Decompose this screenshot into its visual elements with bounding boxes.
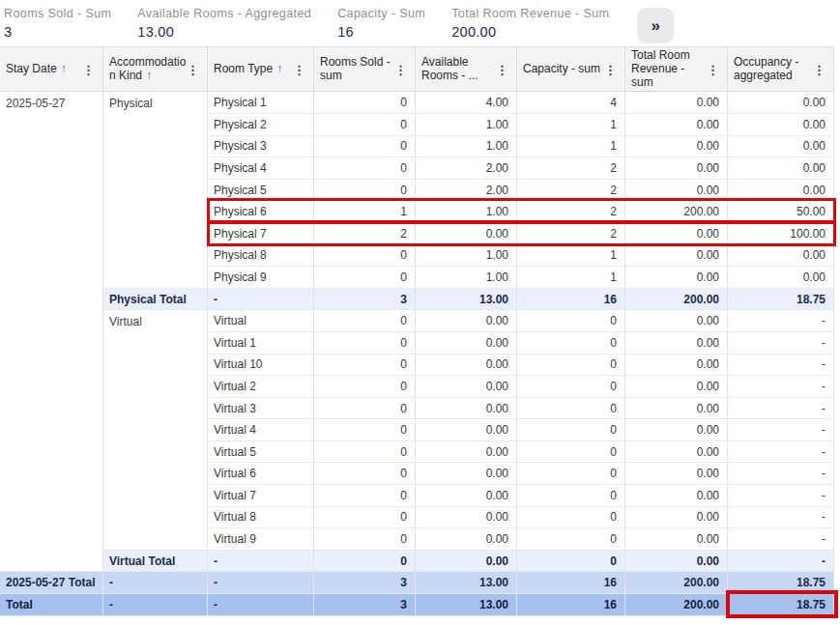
cell-available_rooms: 0.00 <box>416 485 517 507</box>
expand-metrics-button[interactable]: » <box>637 8 674 43</box>
cell-rooms_sold: 0 <box>314 332 416 355</box>
cell-room-type: Physical 3 <box>208 136 314 158</box>
cell-capacity: 0 <box>517 441 625 464</box>
metric-label: Total Room Revenue - Sum <box>451 7 609 21</box>
cell-revenue: 0.00 <box>625 398 728 420</box>
table-row-subtotal: Virtual Total-00.0000.00- <box>0 551 834 573</box>
cell-available_rooms: 0.00 <box>416 441 517 464</box>
cell-capacity: 0 <box>517 528 625 551</box>
cell-capacity: 0 <box>517 419 625 441</box>
table-row-date_total: 2025-05-27 Total--313.0016200.0018.75 <box>0 572 834 594</box>
cell-revenue: 0.00 <box>625 92 728 114</box>
metric-capacity: Capacity - Sum 16 <box>337 7 425 40</box>
cell-occupancy: - <box>728 332 834 355</box>
column-header-rooms_sold[interactable]: Rooms Sold - sum⋮ <box>314 47 416 92</box>
summary-bar: Rooms Sold - Sum 3 Available Rooms - Agg… <box>0 0 840 45</box>
cell-room-type: Physical 9 <box>208 267 314 289</box>
cell-available_rooms: 0.00 <box>416 310 517 332</box>
cell-revenue: 0.00 <box>625 441 728 464</box>
cell-revenue: 0.00 <box>625 551 728 573</box>
cell-occupancy: 0.00 <box>728 136 834 158</box>
cell-accommodation-kind: Physical Total <box>103 289 208 311</box>
column-header-revenue[interactable]: Total Room Revenue - sum⋮ <box>625 47 728 92</box>
cell-capacity: 0 <box>517 485 625 507</box>
column-header-room_type[interactable]: Room Type↑⋮ <box>208 47 314 92</box>
cell-capacity: 1 <box>517 245 625 268</box>
cell-room-type: Physical 4 <box>208 157 314 180</box>
cell-rooms_sold: 0 <box>314 92 416 114</box>
cell-stay-date: Total <box>0 594 103 616</box>
cell-capacity: 2 <box>517 157 625 180</box>
cell-rooms_sold: 3 <box>314 572 416 594</box>
cell-occupancy: - <box>728 355 834 377</box>
metric-rooms-sold: Rooms Sold - Sum 3 <box>4 7 111 40</box>
cell-occupancy: 50.00 <box>728 201 834 223</box>
cell-rooms_sold: 0 <box>314 398 416 420</box>
sort-ascending-icon: ↑ <box>276 62 282 75</box>
column-label: Total Room Revenue - sum <box>631 48 690 89</box>
pivot-table: Stay Date↑⋮Accommodation Kind↑⋮Room Type… <box>0 46 834 616</box>
cell-accommodation-kind: Virtual Total <box>103 551 208 573</box>
sort-ascending-icon: ↑ <box>146 69 152 82</box>
cell-occupancy: 18.75 <box>728 572 834 594</box>
column-label: Occupancy - aggregated <box>734 55 798 82</box>
cell-revenue: 200.00 <box>625 289 728 311</box>
cell-revenue: 0.00 <box>625 180 728 202</box>
column-menu-icon[interactable]: ⋮ <box>187 63 199 75</box>
column-label: Room Type <box>214 62 273 75</box>
cell-available_rooms: 0.00 <box>416 376 517 398</box>
cell-available_rooms: 1.00 <box>416 114 517 136</box>
sort-ascending-icon: ↑ <box>61 62 67 75</box>
cell-accommodation-kind: Physical <box>103 92 208 288</box>
column-menu-icon[interactable]: ⋮ <box>707 63 719 75</box>
cell-room-type: - <box>208 289 314 311</box>
cell-capacity: 1 <box>517 114 625 136</box>
cell-accommodation-kind: - <box>103 594 208 616</box>
column-header-capacity[interactable]: Capacity - sum⋮ <box>517 47 625 92</box>
cell-rooms_sold: 0 <box>314 528 416 551</box>
cell-occupancy: - <box>728 463 834 485</box>
cell-room-type: Physical 7 <box>208 223 314 245</box>
cell-revenue: 0.00 <box>625 310 728 332</box>
cell-rooms_sold: 1 <box>314 201 416 223</box>
cell-rooms_sold: 0 <box>314 507 416 529</box>
metric-value: 200.00 <box>451 24 609 40</box>
cell-stay-date: 2025-05-27 Total <box>0 572 103 594</box>
pivot-table-wrap: Stay Date↑⋮Accommodation Kind↑⋮Room Type… <box>0 46 840 616</box>
cell-capacity: 1 <box>517 136 625 158</box>
cell-available_rooms: 0.00 <box>416 528 517 551</box>
cell-occupancy: 0.00 <box>728 245 834 268</box>
column-header-stay_date[interactable]: Stay Date↑⋮ <box>0 47 103 92</box>
column-menu-icon[interactable]: ⋮ <box>394 63 407 75</box>
cell-rooms_sold: 0 <box>314 441 416 464</box>
cell-revenue: 0.00 <box>625 267 728 289</box>
cell-rooms_sold: 0 <box>314 485 416 507</box>
column-header-accommodation_kind[interactable]: Accommodation Kind↑⋮ <box>103 47 208 92</box>
column-menu-icon[interactable]: ⋮ <box>496 63 508 75</box>
cell-occupancy: - <box>728 376 834 398</box>
metric-value: 3 <box>4 24 111 40</box>
cell-room-type: Virtual 10 <box>208 355 314 377</box>
column-menu-icon[interactable]: ⋮ <box>813 63 826 75</box>
header-row: Stay Date↑⋮Accommodation Kind↑⋮Room Type… <box>0 47 834 92</box>
cell-room-type: Virtual <box>208 310 314 332</box>
table-row: 2025-05-27PhysicalPhysical 104.0040.000.… <box>0 92 834 114</box>
cell-capacity: 0 <box>517 355 625 377</box>
column-menu-icon[interactable]: ⋮ <box>604 63 617 75</box>
cell-rooms_sold: 3 <box>314 594 416 616</box>
cell-capacity: 1 <box>517 267 625 289</box>
cell-occupancy: 100.00 <box>728 223 834 245</box>
column-menu-icon[interactable]: ⋮ <box>82 63 95 75</box>
cell-revenue: 0.00 <box>625 332 728 355</box>
cell-capacity: 16 <box>517 594 625 616</box>
cell-available_rooms: 0.00 <box>416 355 517 377</box>
cell-rooms_sold: 0 <box>314 355 416 377</box>
cell-available_rooms: 13.00 <box>416 572 517 594</box>
column-header-available_rooms[interactable]: Available Rooms - ...⋮ <box>416 47 517 92</box>
cell-rooms_sold: 0 <box>314 136 416 158</box>
metric-label: Available Rooms - Aggregated <box>137 7 311 21</box>
column-header-occupancy[interactable]: Occupancy - aggregated⋮ <box>728 47 834 92</box>
cell-capacity: 2 <box>517 223 625 245</box>
cell-room-type: Physical 6 <box>208 201 314 223</box>
column-menu-icon[interactable]: ⋮ <box>293 63 305 75</box>
